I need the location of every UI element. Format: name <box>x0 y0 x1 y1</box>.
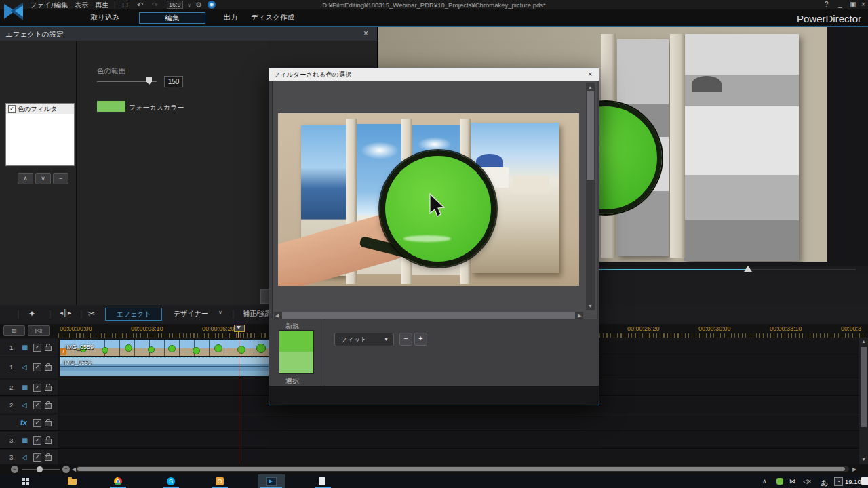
dropbox-icon[interactable]: ⋈ <box>789 478 795 485</box>
zoom-mode-dropdown[interactable]: フィット ▼ <box>334 333 394 346</box>
file-explorer-icon[interactable] <box>68 479 77 485</box>
zoom-in-button[interactable]: + <box>414 333 427 346</box>
menu-edit[interactable]: 編集 <box>54 1 68 10</box>
capture-icon[interactable]: ◉ <box>208 1 216 9</box>
effect-panel-close-icon[interactable]: × <box>363 28 368 38</box>
tab-produce[interactable]: 出力 <box>217 12 244 22</box>
tab-edit[interactable]: 編集 <box>139 12 205 24</box>
seek-thumb[interactable] <box>744 266 752 272</box>
fix-enhance-button[interactable]: 補正/強調 <box>243 309 272 319</box>
action-center-icon[interactable] <box>861 477 868 485</box>
menu-view[interactable]: 表示 <box>75 1 88 10</box>
lock-icon[interactable] <box>45 421 52 426</box>
redo-icon[interactable]: ↷ <box>152 0 158 9</box>
save-icon[interactable]: ⊡ <box>122 0 128 9</box>
list-item-empty[interactable] <box>6 114 74 125</box>
track-enable-checkbox[interactable]: ✓ <box>33 419 41 427</box>
outlook-icon[interactable]: O <box>216 477 224 485</box>
document-app-icon[interactable] <box>319 477 326 485</box>
color-range-value[interactable]: 150 <box>164 76 183 87</box>
split-icon[interactable]: ◂║▸ <box>60 309 71 317</box>
clip-info-badge[interactable]: i <box>60 348 66 355</box>
dialog-vscroll-thumb[interactable] <box>587 92 594 180</box>
designer-button[interactable]: デザイナー <box>174 309 208 319</box>
lock-icon[interactable] <box>45 455 52 461</box>
playhead-line[interactable] <box>239 338 239 464</box>
tab-capture[interactable]: 取り込み <box>85 12 125 22</box>
dialog-horizontal-scrollbar[interactable]: ◀ ▶ <box>274 312 583 319</box>
designer-chevron-icon[interactable]: ∨ <box>218 310 222 316</box>
dialog-vertical-scrollbar[interactable]: ▲ ▼ <box>586 83 595 310</box>
close-button[interactable]: × <box>861 1 865 8</box>
scissors-icon[interactable]: ✂ <box>88 309 95 319</box>
zoom-in-button[interactable]: + <box>62 466 70 473</box>
scroll-up-icon[interactable]: ▲ <box>588 85 593 89</box>
menu-file[interactable]: ファイル <box>30 1 58 10</box>
scroll-left-icon[interactable]: ◀ <box>275 313 279 319</box>
track-enable-checkbox[interactable]: ✓ <box>33 453 41 462</box>
tray-chevron-icon[interactable]: ∧ <box>762 478 767 485</box>
move-up-button[interactable]: ∧ <box>18 173 33 184</box>
lock-icon[interactable] <box>45 403 52 409</box>
aspect-ratio-selector[interactable]: 16:9 <box>167 1 183 9</box>
tracks-vertical-scrollbar[interactable]: ▲ ▼ <box>859 338 868 464</box>
dialog-preview-area[interactable]: ▲ ▼ ◀ ▶ <box>272 81 597 319</box>
lock-icon[interactable] <box>45 439 52 444</box>
dialog-hscroll-thumb[interactable] <box>282 312 575 319</box>
list-item-empty[interactable] <box>6 144 74 155</box>
clock[interactable]: 19:10 <box>845 478 861 485</box>
scroll-right-icon[interactable]: ▶ <box>852 466 856 472</box>
move-down-button[interactable]: ∨ <box>35 173 51 184</box>
scroll-down-icon[interactable]: ▼ <box>588 304 593 308</box>
color-range-slider-thumb[interactable] <box>146 77 152 85</box>
start-button-icon[interactable] <box>22 478 29 485</box>
lock-icon[interactable] <box>45 386 52 391</box>
tab-disc[interactable]: ディスク作成 <box>251 12 293 22</box>
fx-lane[interactable] <box>58 415 868 431</box>
skype-icon[interactable]: S <box>167 477 175 485</box>
minimize-button[interactable]: _ <box>838 1 842 8</box>
ime-indicator[interactable]: あ <box>821 478 828 488</box>
track-enable-checkbox[interactable]: ✓ <box>33 344 41 352</box>
effect-room-button[interactable]: エフェクト <box>105 308 162 321</box>
tray-green-app-icon[interactable] <box>776 478 783 485</box>
undo-icon[interactable]: ↶ <box>137 0 143 9</box>
magic-tool-icon[interactable]: ✦ <box>28 309 35 319</box>
track-enable-checkbox[interactable]: ✓ <box>33 436 41 445</box>
tracks-scrollbar-thumb[interactable] <box>861 347 867 427</box>
restore-button[interactable]: ▣ <box>850 1 856 8</box>
lock-icon[interactable] <box>45 346 52 351</box>
timeline-horizontal-scrollbar[interactable] <box>76 466 849 472</box>
dialog-close-icon[interactable]: × <box>588 70 592 78</box>
list-item-empty[interactable] <box>6 155 74 165</box>
track-enable-checkbox[interactable]: ✓ <box>33 401 41 409</box>
video-lane-3[interactable] <box>58 432 868 449</box>
lock-icon[interactable] <box>45 365 52 371</box>
track-enable-checkbox[interactable]: ✓ <box>33 384 41 392</box>
zoom-out-button[interactable]: − <box>11 466 18 473</box>
volume-muted-icon[interactable]: ◁× <box>803 478 811 485</box>
track-manager-button[interactable]: ▤ <box>3 325 25 336</box>
list-item-color-filter[interactable]: ✓ 色のフィルタ <box>6 104 74 115</box>
chrome-icon[interactable] <box>114 477 122 485</box>
dialog-preview-image[interactable] <box>278 113 579 286</box>
scroll-right-icon[interactable]: ▶ <box>578 313 581 319</box>
timeline-scrollbar-thumb[interactable] <box>77 467 845 471</box>
scroll-up-icon[interactable]: ▲ <box>861 339 866 344</box>
zoom-out-button[interactable]: − <box>399 333 412 346</box>
snap-marker-button[interactable]: |◁| <box>28 325 50 336</box>
remove-filter-button[interactable]: − <box>53 173 68 184</box>
audio-lane-3[interactable] <box>58 450 868 466</box>
help-button[interactable]: ? <box>825 1 829 8</box>
scroll-down-icon[interactable]: ▼ <box>861 457 866 462</box>
color-filter-checkbox[interactable]: ✓ <box>8 105 16 113</box>
settings-gear-icon[interactable]: ⚙ <box>195 0 202 9</box>
list-item-empty[interactable] <box>6 134 74 145</box>
list-item-empty[interactable] <box>6 124 74 135</box>
powerdirector-taskbar-button[interactable] <box>258 474 285 488</box>
menu-play[interactable]: 再生 <box>95 1 108 10</box>
tray-badge-icon[interactable]: ◔ <box>834 477 843 486</box>
zoom-slider-thumb[interactable] <box>37 466 43 472</box>
focus-color-swatch[interactable] <box>97 101 125 112</box>
track-enable-checkbox[interactable]: ✓ <box>33 363 41 371</box>
